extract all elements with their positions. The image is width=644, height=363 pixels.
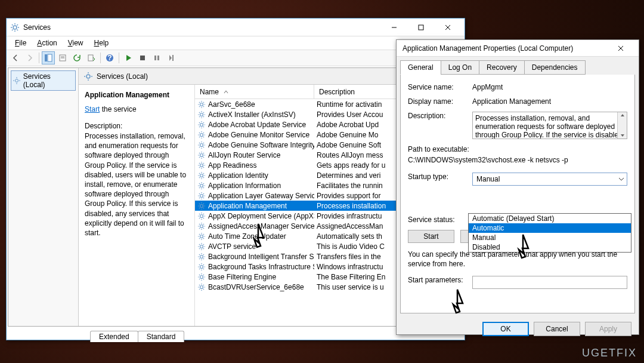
svg-point-26 [200, 174, 203, 177]
svg-rect-2 [419, 25, 423, 30]
svg-point-20 [200, 113, 203, 116]
tree-pane: Services (Local) [8, 68, 79, 326]
value-display-name: Application Management [472, 97, 627, 106]
properties-button[interactable] [56, 51, 69, 64]
services-icon [10, 23, 20, 32]
value-service-name: AppMgmt [472, 83, 627, 91]
titlebar[interactable]: Services [7, 19, 465, 36]
svg-point-23 [200, 143, 203, 146]
close-button[interactable] [434, 19, 461, 36]
svg-rect-10 [88, 55, 93, 61]
svg-point-29 [200, 204, 203, 207]
svg-point-0 [13, 26, 17, 29]
label-service-status: Service status: [408, 216, 472, 224]
pause-service-button[interactable] [150, 51, 163, 64]
props-title: Application Management Properties (Local… [402, 44, 609, 53]
tab-logon[interactable]: Log On [441, 60, 479, 75]
label-service-name: Service name: [408, 83, 472, 91]
label-startup-type: Startup type: [408, 173, 472, 186]
tab-standard[interactable]: Standard [138, 331, 185, 342]
svg-rect-16 [172, 55, 174, 61]
start-button[interactable]: Start [408, 230, 454, 243]
cancel-button[interactable]: Cancel [534, 322, 580, 336]
svg-point-34 [200, 255, 203, 258]
label-description: Description: [408, 112, 472, 139]
scroll-up-icon[interactable] [620, 112, 626, 118]
tree-item-label: Services (Local) [23, 72, 74, 89]
back-button[interactable] [9, 51, 22, 64]
description-text: Processes installation, removal, and enu… [85, 131, 188, 238]
tab-general[interactable]: General [400, 60, 441, 75]
svg-point-37 [200, 285, 203, 288]
show-hide-tree-button[interactable] [42, 51, 55, 64]
label-display-name: Display name: [408, 97, 472, 106]
help-text: You can specify the start parameters tha… [408, 250, 627, 269]
stop-service-button[interactable] [136, 51, 149, 64]
start-params-input[interactable] [472, 276, 627, 289]
properties-dialog: Application Management Properties (Local… [396, 39, 639, 335]
tab-extended[interactable]: Extended [90, 331, 138, 342]
svg-point-22 [200, 133, 203, 136]
tab-recovery[interactable]: Recovery [479, 60, 525, 75]
forward-button[interactable] [23, 51, 36, 64]
chevron-down-icon [618, 176, 624, 182]
props-body: Service name:AppMgmt Display name:Applic… [400, 75, 635, 313]
info-service-name: Application Management [85, 91, 188, 99]
gear-icon [83, 72, 93, 81]
close-button[interactable] [609, 41, 633, 56]
start-service-button[interactable] [122, 51, 135, 64]
option-automatic[interactable]: Automatic [469, 223, 631, 233]
menu-help[interactable]: Help [89, 38, 114, 48]
column-name[interactable]: Name [195, 85, 314, 99]
svg-rect-13 [140, 56, 145, 60]
startup-type-combo[interactable]: Manual [472, 173, 627, 186]
option-manual[interactable]: Manual [469, 233, 631, 242]
restart-service-button[interactable] [165, 51, 178, 64]
svg-rect-15 [157, 56, 159, 60]
description-box[interactable]: Processes installation, removal, and enu… [472, 112, 627, 139]
svg-rect-5 [45, 54, 47, 61]
description-label: Description: [85, 122, 188, 130]
props-titlebar[interactable]: Application Management Properties (Local… [397, 40, 639, 57]
minimize-button[interactable] [380, 19, 407, 36]
svg-rect-14 [154, 56, 156, 60]
service-info-panel: Application Management Start the service… [79, 85, 195, 326]
refresh-button[interactable] [70, 51, 83, 64]
menu-file[interactable]: File [10, 38, 31, 48]
svg-rect-6 [48, 54, 52, 61]
window-title: Services [23, 23, 380, 32]
watermark: UGETFIX [582, 347, 637, 359]
svg-point-24 [200, 153, 203, 156]
apply-button: Apply [585, 322, 631, 336]
option-automatic-delayed[interactable]: Automatic (Delayed Start) [469, 214, 631, 223]
svg-point-17 [16, 79, 18, 82]
export-button[interactable] [85, 51, 98, 64]
svg-point-32 [200, 235, 203, 238]
tree-item-services-local[interactable]: Services (Local) [11, 70, 76, 91]
props-tabs: General Log On Recovery Dependencies [397, 57, 639, 75]
maximize-button[interactable] [407, 19, 434, 36]
svg-point-18 [86, 75, 90, 78]
startup-type-dropdown: Automatic (Delayed Start) Automatic Manu… [468, 213, 631, 253]
menu-action[interactable]: Action [32, 38, 61, 48]
start-link[interactable]: Start [85, 105, 100, 113]
svg-point-33 [200, 245, 203, 248]
help-button[interactable]: ? [103, 51, 116, 64]
svg-point-25 [200, 164, 203, 167]
tab-dependencies[interactable]: Dependencies [524, 60, 586, 75]
svg-point-35 [200, 265, 203, 268]
svg-point-36 [200, 275, 203, 278]
svg-point-31 [200, 224, 203, 227]
svg-point-19 [200, 103, 203, 106]
gear-icon [13, 76, 21, 85]
menu-view[interactable]: View [63, 38, 88, 48]
svg-point-27 [200, 184, 203, 187]
option-disabled[interactable]: Disabled [469, 242, 631, 252]
ok-button[interactable]: OK [482, 322, 529, 336]
label-start-params: Start parameters: [408, 276, 472, 289]
value-path: C:\WINDOWS\system32\svchost.exe -k netsv… [408, 156, 627, 164]
svg-point-28 [200, 194, 203, 197]
scroll-down-icon[interactable] [620, 133, 626, 139]
svg-point-30 [200, 214, 203, 217]
dialog-footer: OK Cancel Apply [397, 317, 639, 341]
